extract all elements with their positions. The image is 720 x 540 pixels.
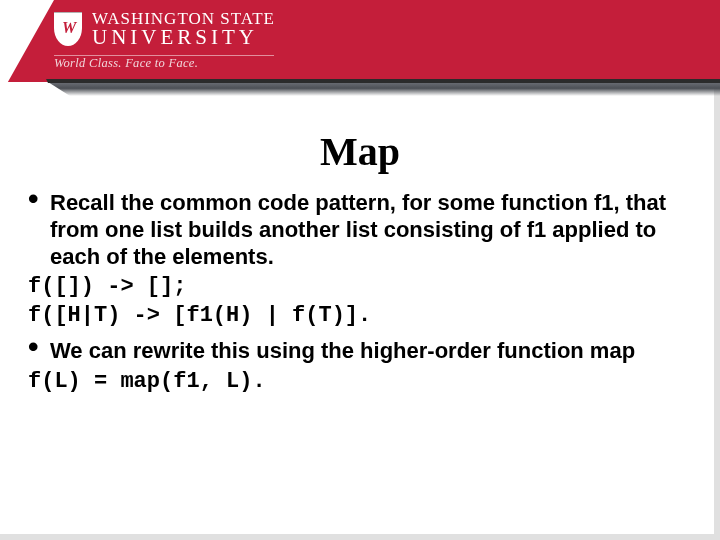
banner-underline-dark — [0, 79, 720, 83]
bullet-item: We can rewrite this using the higher-ord… — [28, 338, 700, 365]
shield-letter: W — [62, 19, 74, 37]
slide-body: Recall the common code pattern, for some… — [28, 190, 700, 398]
code-line: f(L) = map(f1, L). — [28, 369, 700, 396]
code-line: f([]) -> []; — [28, 274, 700, 301]
institution-tagline: World Class. Face to Face. — [54, 56, 198, 71]
shield-icon: W — [54, 12, 82, 46]
bullet-text: We can rewrite this using the higher-ord… — [50, 338, 635, 363]
institution-logo-block: W WASHINGTON STATE UNIVERSITY — [54, 10, 275, 49]
slide: W WASHINGTON STATE UNIVERSITY World Clas… — [0, 0, 720, 540]
header-banner: W WASHINGTON STATE UNIVERSITY World Clas… — [0, 0, 720, 96]
institution-wordmark: WASHINGTON STATE UNIVERSITY — [92, 10, 275, 49]
institution-name-line2: UNIVERSITY — [92, 27, 275, 48]
bullet-item: Recall the common code pattern, for some… — [28, 190, 700, 270]
banner-underline-gradient — [0, 82, 720, 96]
code-line: f([H|T) -> [f1(H) | f(T)]. — [28, 303, 700, 330]
slide-title: Map — [0, 128, 720, 175]
banner-corner-notch — [0, 0, 54, 96]
bullet-text: Recall the common code pattern, for some… — [50, 190, 666, 269]
